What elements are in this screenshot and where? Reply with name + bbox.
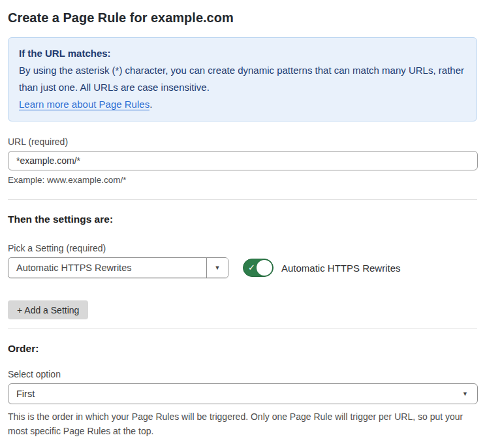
toggle-label: Automatic HTTPS Rewrites — [281, 263, 401, 274]
order-helper-text: This is the order in which your Page Rul… — [8, 409, 475, 438]
info-box-body: By using the asterisk (*) character, you… — [19, 62, 466, 96]
settings-section-heading: Then the settings are: — [8, 214, 477, 225]
setting-select[interactable]: Automatic HTTPS Rewrites ▼ — [8, 257, 228, 278]
url-example-helper: Example: www.example.com/* — [8, 175, 477, 185]
check-icon: ✓ — [248, 263, 255, 272]
setting-select-arrow-button[interactable]: ▼ — [206, 258, 228, 278]
toggle-knob — [257, 260, 272, 276]
chevron-down-icon: ▼ — [215, 265, 221, 271]
url-matches-info-box: If the URL matches: By using the asteris… — [8, 37, 477, 121]
info-box-link-row: Learn more about Page Rules. — [19, 96, 466, 113]
link-suffix: . — [149, 99, 152, 110]
page-title: Create a Page Rule for example.com — [8, 10, 477, 25]
order-select[interactable]: First ▼ — [8, 383, 478, 404]
url-input[interactable] — [8, 151, 478, 170]
url-field-label: URL (required) — [8, 136, 477, 147]
order-select-label: Select option — [8, 369, 477, 379]
order-select-value: First — [16, 389, 35, 399]
learn-more-link[interactable]: Learn more about Page Rules — [19, 99, 149, 110]
automatic-https-rewrites-toggle[interactable]: ✓ — [243, 259, 274, 277]
add-setting-button[interactable]: + Add a Setting — [8, 300, 88, 319]
setting-select-value: Automatic HTTPS Rewrites — [8, 258, 206, 278]
info-box-heading: If the URL matches: — [19, 45, 466, 62]
divider — [8, 328, 477, 329]
order-section-heading: Order: — [8, 343, 477, 355]
pick-setting-label: Pick a Setting (required) — [8, 243, 477, 253]
chevron-down-icon: ▼ — [462, 391, 468, 397]
divider — [8, 199, 477, 200]
setting-row: Automatic HTTPS Rewrites ▼ ✓ Automatic H… — [8, 257, 477, 278]
